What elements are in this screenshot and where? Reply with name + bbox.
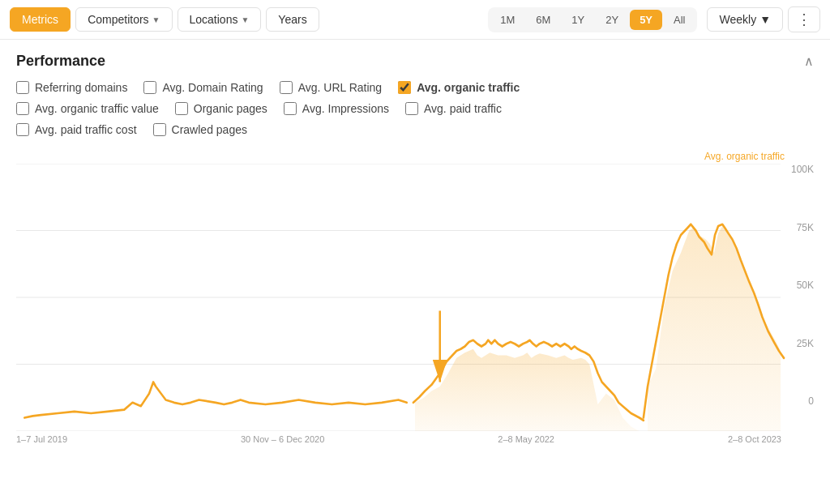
checkbox-avg-url-rating-input[interactable]	[280, 81, 293, 94]
y-label-25k: 25K	[785, 338, 814, 349]
checkbox-avg-paid-traffic-cost[interactable]: Avg. paid traffic cost	[16, 123, 137, 136]
y-label-50k: 50K	[785, 280, 814, 291]
y-label-75k: 75K	[785, 222, 814, 233]
checkbox-avg-organic-traffic[interactable]: Avg. organic traffic	[398, 81, 520, 94]
x-axis-labels: 1–7 Jul 2019 30 Nov – 6 Dec 2020 2–8 May…	[16, 431, 814, 444]
chart-wrapper: 100K 75K 50K 25K 0	[16, 164, 814, 431]
time-period-group: 1M 6M 1Y 2Y 5Y All	[488, 7, 697, 32]
checkbox-organic-pages[interactable]: Organic pages	[175, 102, 267, 115]
checkbox-row-1: Referring domains Avg. Domain Rating Avg…	[16, 81, 814, 94]
weekly-chevron-icon: ▼	[759, 13, 771, 26]
time-1m[interactable]: 1M	[490, 10, 524, 30]
competitors-button[interactable]: Competitors ▼	[75, 7, 172, 32]
checkbox-avg-domain-rating[interactable]: Avg. Domain Rating	[143, 81, 263, 94]
checkbox-avg-paid-traffic-cost-input[interactable]	[16, 123, 29, 136]
checkbox-avg-impressions-input[interactable]	[284, 102, 297, 115]
chart-container: Avg. organic traffic	[0, 151, 830, 444]
checkbox-organic-pages-input[interactable]	[175, 102, 188, 115]
checkbox-avg-url-rating[interactable]: Avg. URL Rating	[280, 81, 383, 94]
time-2y[interactable]: 2Y	[596, 10, 628, 30]
checkbox-avg-paid-traffic[interactable]: Avg. paid traffic	[405, 102, 502, 115]
checkbox-avg-organic-traffic-input[interactable]	[398, 81, 411, 94]
checkbox-row-2: Avg. organic traffic value Organic pages…	[16, 102, 814, 115]
time-5y[interactable]: 5Y	[630, 10, 662, 30]
checkbox-avg-organic-traffic-value[interactable]: Avg. organic traffic value	[16, 102, 159, 115]
collapse-button[interactable]: ∧	[804, 53, 814, 69]
checkbox-crawled-pages[interactable]: Crawled pages	[153, 123, 247, 136]
chart-svg	[16, 164, 814, 431]
checkbox-crawled-pages-input[interactable]	[153, 123, 166, 136]
checkbox-avg-domain-rating-input[interactable]	[143, 81, 156, 94]
weekly-button[interactable]: Weekly ▼	[707, 7, 783, 32]
metrics-button[interactable]: Metrics	[10, 7, 71, 32]
competitors-chevron-icon: ▼	[152, 15, 160, 24]
svg-marker-7	[648, 226, 781, 431]
performance-title: Performance	[16, 53, 105, 70]
time-1y[interactable]: 1Y	[562, 10, 594, 30]
performance-section: Performance ∧ Referring domains Avg. Dom…	[0, 40, 830, 151]
years-button[interactable]: Years	[266, 7, 319, 32]
x-label-oct2023: 2–8 Oct 2023	[728, 434, 781, 444]
x-label-jul2019: 1–7 Jul 2019	[16, 434, 67, 444]
chart-series-label: Avg. organic traffic	[16, 151, 814, 162]
performance-header: Performance ∧	[16, 53, 814, 70]
y-label-0: 0	[785, 395, 814, 407]
y-label-100k: 100K	[785, 164, 814, 175]
x-label-may2022: 2–8 May 2022	[498, 434, 554, 444]
more-options-button[interactable]: ⋮	[788, 6, 820, 32]
top-nav: Metrics Competitors ▼ Locations ▼ Years …	[0, 0, 830, 40]
checkbox-avg-paid-traffic-input[interactable]	[405, 102, 418, 115]
checkbox-row-3: Avg. paid traffic cost Crawled pages	[16, 123, 814, 136]
locations-button[interactable]: Locations ▼	[178, 7, 262, 32]
checkbox-avg-organic-traffic-value-input[interactable]	[16, 102, 29, 115]
checkbox-rows: Referring domains Avg. Domain Rating Avg…	[16, 81, 814, 136]
checkbox-referring-domains-input[interactable]	[16, 81, 29, 94]
y-axis-labels: 100K 75K 50K 25K 0	[785, 164, 814, 407]
checkbox-avg-impressions[interactable]: Avg. Impressions	[284, 102, 389, 115]
x-label-nov2020: 30 Nov – 6 Dec 2020	[241, 434, 324, 444]
checkbox-referring-domains[interactable]: Referring domains	[16, 81, 127, 94]
time-6m[interactable]: 6M	[526, 10, 560, 30]
locations-chevron-icon: ▼	[241, 15, 249, 24]
time-all[interactable]: All	[664, 10, 695, 30]
